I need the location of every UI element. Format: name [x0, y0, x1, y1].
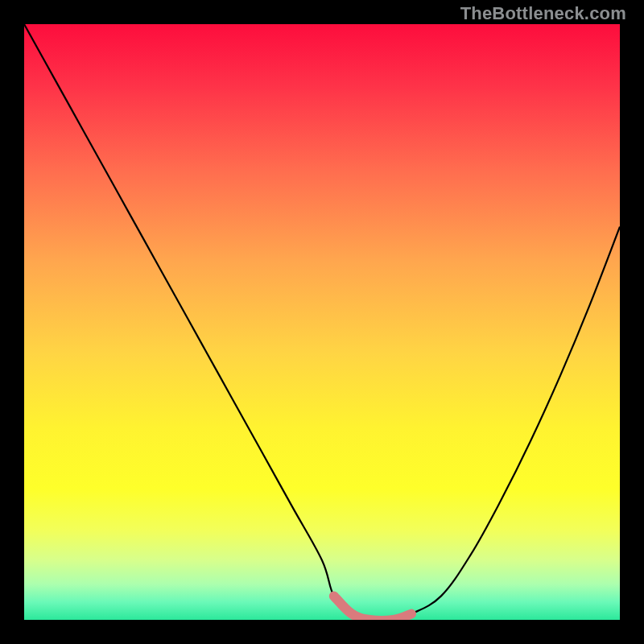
watermark-label: TheBottleneck.com [460, 3, 626, 24]
gradient-background [24, 24, 620, 620]
chart-frame: TheBottleneck.com [0, 0, 644, 644]
bottleneck-chart [24, 24, 620, 620]
